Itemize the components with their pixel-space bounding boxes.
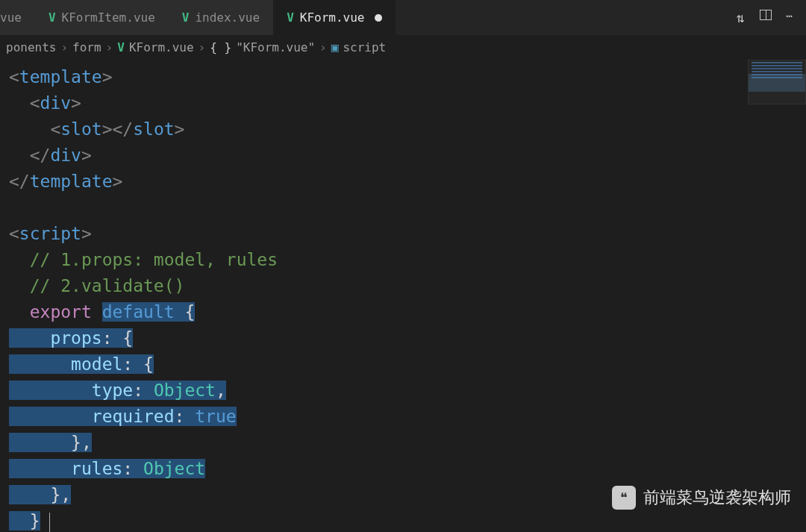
vue-icon: V	[117, 40, 125, 54]
tab-kformitem[interactable]: V KFormItem.vue	[35, 0, 169, 35]
tabs-container: vue V KFormItem.vue V index.vue V KForm.…	[0, 0, 723, 35]
code-line[interactable]: },	[9, 430, 797, 456]
source-control-icon[interactable]	[737, 10, 745, 25]
code-line[interactable]: <template>	[9, 64, 797, 90]
code-line[interactable]: </template>	[9, 169, 797, 195]
split-editor-icon[interactable]	[760, 10, 772, 20]
tab-label: KForm.vue	[300, 10, 365, 25]
code-line[interactable]: model: {	[9, 351, 797, 378]
code-line[interactable]: <slot></slot>	[9, 116, 797, 143]
breadcrumb-item[interactable]: form	[72, 40, 101, 54]
vue-icon: V	[287, 10, 294, 25]
code-line[interactable]: <script>	[9, 221, 797, 247]
breadcrumb-item[interactable]: { }"KForm.vue"	[210, 40, 315, 54]
code-line[interactable]: rules: Object	[9, 456, 797, 482]
breadcrumb-separator-icon: ›	[106, 40, 113, 54]
vue-icon: V	[49, 10, 56, 25]
code-line[interactable]: // 2.validate()	[9, 273, 797, 299]
tab-label: index.vue	[195, 10, 260, 25]
code-line[interactable]: <div>	[9, 90, 797, 116]
code-line[interactable]	[9, 195, 797, 221]
breadcrumb-item[interactable]: ▣script	[331, 40, 386, 54]
code-line[interactable]: }	[9, 508, 797, 532]
code-line[interactable]: export default {	[9, 299, 797, 325]
tab-bar: vue V KFormItem.vue V index.vue V KForm.…	[0, 0, 806, 36]
tab-label: KFormItem.vue	[62, 10, 155, 25]
minimap[interactable]	[748, 60, 806, 104]
code-line[interactable]: required: true	[9, 404, 797, 430]
code-editor[interactable]: <template> <div> <slot></slot> </div></t…	[0, 58, 806, 532]
dirty-indicator-icon	[375, 14, 382, 22]
breadcrumb-separator-icon: ›	[319, 40, 327, 54]
tab-vue[interactable]: vue	[0, 0, 35, 35]
breadcrumb-item[interactable]: VKForm.vue	[117, 40, 193, 54]
more-actions-icon[interactable]	[787, 10, 793, 25]
watermark-text: 前端菜鸟逆袭架构师	[643, 486, 791, 509]
tab-kform[interactable]: V KForm.vue	[273, 0, 396, 35]
vue-icon: V	[182, 10, 190, 25]
breadcrumb-separator-icon: ›	[199, 40, 206, 54]
breadcrumb: ponents › form › VKForm.vue › { }"KForm.…	[0, 36, 806, 58]
code-line[interactable]: type: Object,	[9, 378, 797, 404]
watermark: ❝ 前端菜鸟逆袭架构师	[612, 486, 791, 510]
breadcrumb-item[interactable]: ponents	[6, 40, 56, 54]
module-icon: ▣	[331, 40, 339, 54]
code-line[interactable]: </div>	[9, 143, 797, 169]
tab-index[interactable]: V index.vue	[169, 0, 273, 35]
breadcrumb-separator-icon: ›	[60, 40, 68, 54]
tab-actions	[723, 10, 806, 25]
code-line[interactable]: // 1.props: model, rules	[9, 247, 797, 273]
braces-icon: { }	[210, 40, 231, 54]
tab-label: vue	[0, 10, 22, 25]
wechat-icon: ❝	[612, 486, 636, 510]
text-cursor-icon	[49, 513, 50, 532]
code-line[interactable]: props: {	[9, 325, 797, 351]
